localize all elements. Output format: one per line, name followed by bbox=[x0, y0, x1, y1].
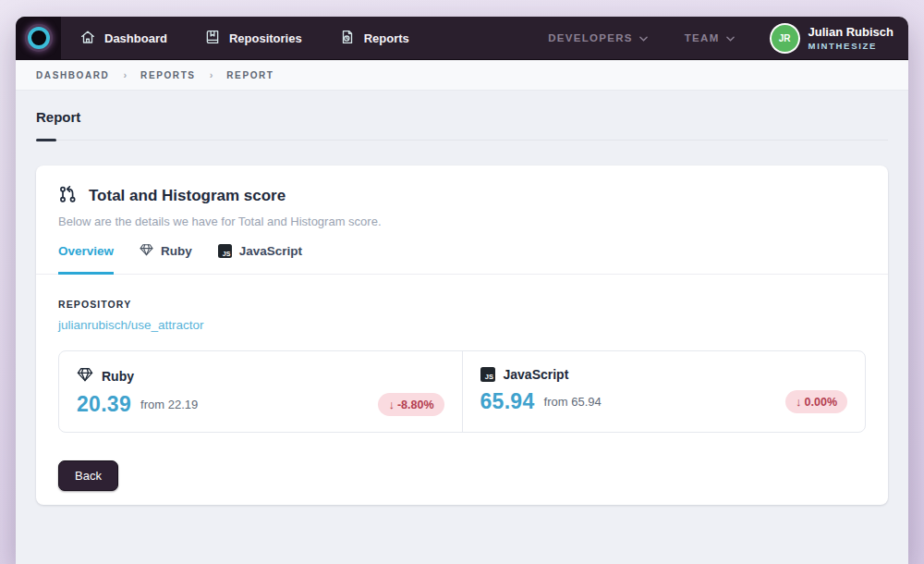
nav-label: Repositories bbox=[229, 31, 302, 45]
change-badge: ↓ 0.00% bbox=[785, 390, 847, 413]
back-button[interactable]: Back bbox=[58, 460, 118, 491]
stat-value: 20.39 bbox=[77, 392, 131, 417]
document-clock-icon bbox=[339, 29, 356, 48]
breadcrumb-report[interactable]: REPORT bbox=[226, 70, 274, 80]
down-arrow-icon: ↓ bbox=[388, 398, 395, 411]
card-subtitle: Below are the details we have for Total … bbox=[58, 215, 866, 228]
stats-container: Ruby 20.39 from 22.19 ↓ -8.80% bbox=[58, 350, 866, 433]
top-navbar: Dashboard Repositories Reports DEVELOPER… bbox=[16, 17, 908, 60]
tab-javascript[interactable]: JS JavaScript bbox=[218, 243, 302, 275]
avatar[interactable]: JR bbox=[772, 25, 798, 52]
card-header: Total and Histogram score Below are the … bbox=[36, 166, 888, 228]
title-divider bbox=[36, 140, 888, 141]
menu-label: DEVELOPERS bbox=[548, 32, 633, 43]
book-icon bbox=[204, 29, 221, 48]
tab-label: Ruby bbox=[161, 244, 192, 258]
change-value: 0.00% bbox=[805, 396, 837, 409]
chevron-down-icon bbox=[726, 32, 735, 43]
breadcrumb-separator: › bbox=[123, 69, 127, 80]
nav-item-repositories[interactable]: Repositories bbox=[186, 17, 321, 59]
user-name: Julian Rubisch bbox=[808, 25, 894, 41]
repository-link[interactable]: julianrubisch/use_attractor bbox=[58, 318, 204, 332]
app-logo[interactable] bbox=[16, 17, 61, 59]
stat-card-ruby: Ruby 20.39 from 22.19 ↓ -8.80% bbox=[59, 351, 462, 432]
page-title: Report bbox=[36, 109, 888, 125]
stat-card-javascript: JS JavaScript 65.94 from 65.94 ↓ 0.00% bbox=[462, 351, 866, 432]
breadcrumb-reports[interactable]: REPORTS bbox=[140, 70, 196, 80]
chevron-down-icon bbox=[639, 32, 648, 43]
breadcrumb: DASHBOARD › REPORTS › REPORT bbox=[16, 60, 908, 91]
app-window: Dashboard Repositories Reports DEVELOPER… bbox=[16, 17, 908, 564]
tab-overview[interactable]: Overview bbox=[58, 243, 114, 275]
stat-value: 65.94 bbox=[480, 389, 535, 414]
tab-label: Overview bbox=[58, 244, 114, 258]
stat-name: Ruby bbox=[102, 369, 134, 384]
tab-label: JavaScript bbox=[239, 244, 302, 258]
down-arrow-icon: ↓ bbox=[796, 395, 802, 409]
gem-icon bbox=[77, 367, 93, 385]
team-menu[interactable]: TEAM bbox=[685, 32, 735, 43]
user-org: MINTHESIZE bbox=[808, 41, 894, 51]
stat-previous-value: from 65.94 bbox=[544, 395, 602, 409]
nav-label: Reports bbox=[364, 31, 409, 45]
developers-menu[interactable]: DEVELOPERS bbox=[548, 32, 648, 43]
gem-icon bbox=[140, 243, 153, 259]
main-content: Report Total and Histogram score Below a… bbox=[16, 91, 908, 564]
nav-item-dashboard[interactable]: Dashboard bbox=[61, 17, 186, 59]
tab-content-overview: REPOSITORY julianrubisch/use_attractor R… bbox=[36, 275, 888, 505]
score-history-icon bbox=[58, 184, 79, 208]
js-icon: JS bbox=[480, 367, 495, 382]
nav-label: Dashboard bbox=[104, 31, 167, 45]
home-icon bbox=[79, 29, 96, 48]
user-block[interactable]: Julian Rubisch MINTHESIZE bbox=[808, 25, 894, 52]
change-value: -8.80% bbox=[397, 398, 434, 411]
navbar-right: DEVELOPERS TEAM JR Julian Rubisch MINTHE… bbox=[548, 25, 908, 52]
change-badge: ↓ -8.80% bbox=[378, 393, 444, 416]
report-card: Total and Histogram score Below are the … bbox=[36, 166, 888, 505]
stat-previous-value: from 22.19 bbox=[140, 398, 198, 411]
nav-item-reports[interactable]: Reports bbox=[321, 17, 428, 59]
tab-ruby[interactable]: Ruby bbox=[140, 243, 192, 275]
breadcrumb-dashboard[interactable]: DASHBOARD bbox=[36, 70, 109, 80]
breadcrumb-separator: › bbox=[210, 69, 213, 80]
logo-icon bbox=[28, 27, 50, 49]
repository-label: REPOSITORY bbox=[58, 299, 866, 310]
js-icon: JS bbox=[218, 244, 232, 258]
menu-label: TEAM bbox=[685, 32, 720, 43]
stat-name: JavaScript bbox=[504, 367, 569, 382]
card-title: Total and Histogram score bbox=[89, 187, 286, 205]
tab-bar: Overview Ruby JS JavaScript bbox=[36, 243, 888, 275]
